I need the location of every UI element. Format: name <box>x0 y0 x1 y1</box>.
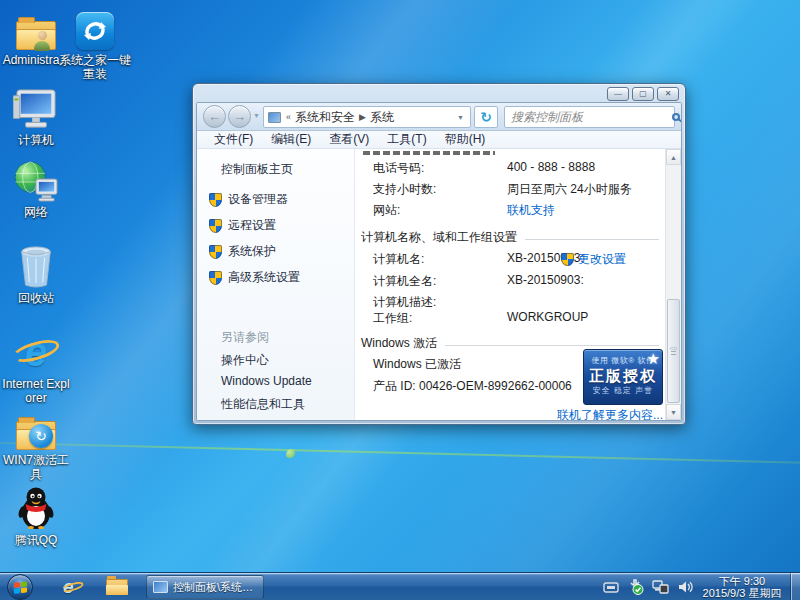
taskbar-clock[interactable]: 下午 9:30 2015/9/3 星期四 <box>696 575 788 599</box>
search-box <box>504 106 675 128</box>
taskbar-internet-explorer[interactable]: e <box>56 575 90 599</box>
clipped-scrolled-text <box>363 151 495 155</box>
online-support-link[interactable]: 联机支持 <box>507 202 555 219</box>
uac-shield-icon <box>209 219 222 233</box>
phone-value: 400 - 888 - 8888 <box>507 160 595 174</box>
genuine-microsoft-badge[interactable]: ★ 使用 微软® 软件 正版授权 安全 稳定 声誉 <box>583 349 663 405</box>
windows-logo-icon <box>14 581 28 594</box>
scroll-down-arrow[interactable]: ▼ <box>666 404 681 420</box>
support-hours-label: 支持小时数: <box>373 181 436 198</box>
menu-edit[interactable]: 编辑(E) <box>262 131 320 148</box>
wallpaper-green-bud <box>286 449 295 458</box>
desktop-icon-computer[interactable]: 计算机 <box>0 86 72 147</box>
system-window-icon <box>153 581 168 593</box>
desktop-icon-tencent-qq[interactable]: 腾讯QQ <box>0 486 72 547</box>
network-status-icon[interactable] <box>652 580 669 595</box>
internet-explorer-icon: e <box>63 577 83 597</box>
uac-shield-icon <box>209 193 222 207</box>
icon-label: 系统之家一键重装 <box>56 53 134 81</box>
sidebar-item-windows-update[interactable]: Windows Update <box>221 374 312 388</box>
qq-penguin-icon <box>0 486 72 530</box>
icon-label: 计算机 <box>0 133 72 147</box>
change-settings-link[interactable]: 更改设置 <box>578 251 626 268</box>
forward-button[interactable]: → <box>228 105 251 128</box>
vertical-scrollbar[interactable]: ▲ ▼ <box>665 149 681 420</box>
sidebar-item-label: 远程设置 <box>228 217 276 234</box>
scrollbar-thumb[interactable] <box>667 299 680 403</box>
sidebar: 控制面板主页 设备管理器 远程设置 系统保护 高级系统设置 另请参阅 <box>197 149 355 420</box>
desktop-icon-recycle-bin[interactable]: 回收站 <box>0 244 72 305</box>
sidebar-item-device-manager[interactable]: 设备管理器 <box>209 191 288 208</box>
syshome-app-icon <box>56 6 134 50</box>
sidebar-item-advanced-system-settings[interactable]: 高级系统设置 <box>209 269 300 286</box>
back-button[interactable]: ← <box>203 105 226 128</box>
folder-icon <box>106 579 128 595</box>
breadcrumb-system[interactable]: 系统 <box>367 109 397 126</box>
sidebar-item-label: 高级系统设置 <box>228 269 300 286</box>
menu-tools[interactable]: 工具(T) <box>378 131 435 148</box>
close-button[interactable] <box>657 87 679 101</box>
icon-label: 腾讯QQ <box>0 533 72 547</box>
language-bar-icon[interactable] <box>602 580 619 595</box>
system-icon <box>268 112 281 123</box>
menu-help[interactable]: 帮助(H) <box>436 131 495 148</box>
uac-shield-icon <box>209 245 222 259</box>
win7-activator-folder-icon: ↻ <box>0 406 72 450</box>
activation-status: Windows 已激活 <box>373 356 461 373</box>
change-settings-action[interactable]: 更改设置 <box>561 251 626 268</box>
sidebar-item-control-panel-home[interactable]: 控制面板主页 <box>221 161 293 178</box>
menu-file[interactable]: 文件(F) <box>205 131 262 148</box>
start-button[interactable] <box>7 574 33 600</box>
taskbar-window-button[interactable]: 控制面板\系统和... <box>146 575 264 599</box>
maximize-button[interactable] <box>632 87 654 101</box>
explorer-window: ← → ▼ « 系统和安全 ▶ 系统 ▼ 文件(F) 编辑(E) 查看(V) 工… <box>192 83 686 425</box>
sidebar-item-system-protection[interactable]: 系统保护 <box>209 243 276 260</box>
search-input[interactable] <box>505 108 672 126</box>
phone-label: 电话号码: <box>373 160 424 177</box>
refresh-button[interactable] <box>474 106 498 128</box>
recent-pages-dropdown-icon[interactable]: ▼ <box>253 112 260 119</box>
clock-time: 下午 9:30 <box>696 575 788 587</box>
desktop-icon-syshome-reinstall[interactable]: 系统之家一键重装 <box>56 6 134 81</box>
address-dropdown-icon[interactable]: ▼ <box>457 114 466 121</box>
website-label: 网站: <box>373 202 400 219</box>
desktop-icon-network[interactable]: 网络 <box>0 158 72 219</box>
system-tray <box>602 573 694 600</box>
taskbar-windows-explorer[interactable] <box>100 575 134 599</box>
sidebar-item-label: 设备管理器 <box>228 191 288 208</box>
task-button-label: 控制面板\系统和... <box>173 580 257 595</box>
icon-label: 网络 <box>0 205 72 219</box>
system-page-content: 电话号码: 400 - 888 - 8888 支持小时数: 周日至周六 24小时… <box>355 149 681 420</box>
minimize-button[interactable] <box>607 87 629 101</box>
internet-explorer-icon: e <box>0 330 72 374</box>
volume-icon[interactable] <box>677 580 694 595</box>
address-bar[interactable]: « 系统和安全 ▶ 系统 ▼ <box>263 106 471 128</box>
taskbar: e 控制面板\系统和... <box>0 572 800 600</box>
recycle-bin-icon <box>0 244 72 288</box>
clock-date: 2015/9/3 星期四 <box>696 587 788 599</box>
safely-remove-hardware-icon[interactable] <box>627 580 644 595</box>
scroll-up-arrow[interactable]: ▲ <box>666 149 681 165</box>
learn-more-online-link[interactable]: 联机了解更多内容... <box>557 407 663 421</box>
menu-bar: 文件(F) 编辑(E) 查看(V) 工具(T) 帮助(H) <box>197 131 681 149</box>
computer-description-label: 计算机描述: <box>373 294 436 311</box>
show-desktop-button[interactable] <box>791 573 800 600</box>
computer-name-label: 计算机名: <box>373 251 424 268</box>
desktop-icon-win7-activator[interactable]: ↻ WIN7激活工具 <box>0 406 72 481</box>
breadcrumb-security[interactable]: 系统和安全 <box>292 109 358 126</box>
workgroup-value: WORKGROUP <box>507 310 588 324</box>
desktop-icon-internet-explorer[interactable]: e Internet Explorer <box>0 330 72 405</box>
sidebar-item-label: 系统保护 <box>228 243 276 260</box>
icon-label: Internet Explorer <box>0 377 72 405</box>
sidebar-item-remote-settings[interactable]: 远程设置 <box>209 217 276 234</box>
sidebar-item-action-center[interactable]: 操作中心 <box>221 352 269 369</box>
uac-shield-icon <box>209 271 222 285</box>
sidebar-item-performance-tools[interactable]: 性能信息和工具 <box>221 396 305 413</box>
workgroup-label: 工作组: <box>373 310 412 327</box>
breadcrumb-root-chevron[interactable]: « <box>285 112 292 122</box>
computer-name-section-header: 计算机名称、域和工作组设置 <box>361 229 659 246</box>
menu-view[interactable]: 查看(V) <box>320 131 378 148</box>
product-id: 产品 ID: 00426-OEM-8992662-00006 <box>373 378 572 395</box>
icon-label: WIN7激活工具 <box>3 453 69 481</box>
search-icon[interactable] <box>672 113 680 121</box>
